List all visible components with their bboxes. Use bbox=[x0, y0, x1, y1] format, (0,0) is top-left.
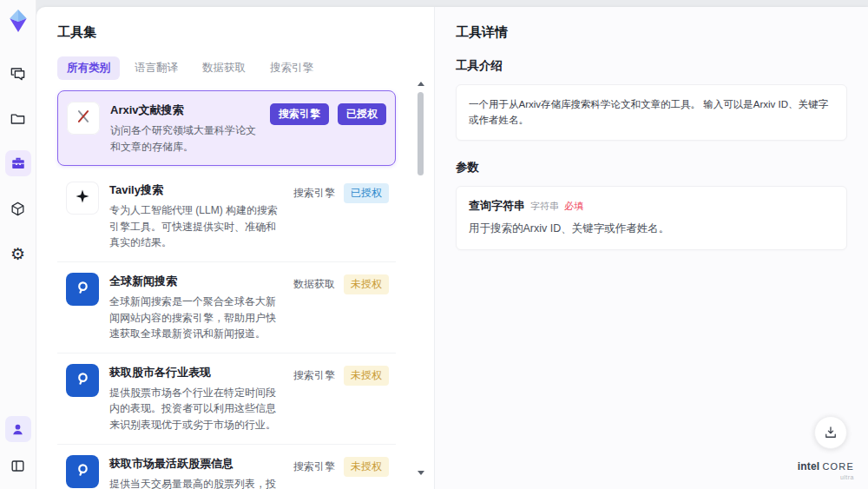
tool-category-tag: 搜索引擎 bbox=[293, 457, 335, 477]
tool-auth-status-badge: 已授权 bbox=[344, 183, 389, 203]
tool-card[interactable]: 全球新闻搜索 全球新闻搜索是一个聚合全球各大新闻网站内容的搜索引擎，帮助用户快速… bbox=[57, 262, 396, 354]
tool-main: Arxiv文献搜索 访问各个研究领域大量科学论文和文章的存储库。 bbox=[110, 102, 260, 155]
chat-icon[interactable] bbox=[5, 60, 31, 86]
tool-card[interactable]: 获取股市各行业表现 提供股票市场各个行业在特定时间段内的表现。投资者可以利用这些… bbox=[57, 354, 396, 445]
tool-icon bbox=[66, 364, 99, 397]
tool-category-tag: 数据获取 bbox=[293, 274, 335, 294]
tool-description: 全球新闻搜索是一个聚合全球各大新闻网站内容的搜索引擎，帮助用户快速获取全球最新资… bbox=[109, 294, 283, 342]
arxiv-logo-icon bbox=[74, 107, 93, 129]
tool-name: 获取市场最活跃股票信息 bbox=[109, 456, 283, 472]
rail-nav: ⚙ bbox=[5, 60, 31, 267]
scrollbar-thumb[interactable] bbox=[418, 92, 424, 175]
list-scrollbar[interactable] bbox=[418, 82, 424, 475]
tool-name: Arxiv文献搜索 bbox=[110, 102, 260, 118]
scrollbar-down-arrow-icon[interactable] bbox=[418, 471, 424, 475]
main-content: 工具集 所有类别 语言翻译 数据获取 搜索引擎 Arxiv文献搜索 访问各个研究… bbox=[36, 7, 868, 489]
params-heading: 参数 bbox=[456, 160, 847, 175]
parameter-box: 查询字符串 字符串 必填 用于搜索的Arxiv ID、关键字或作者姓名。 bbox=[456, 186, 847, 250]
tool-tags: 搜索引擎 未授权 bbox=[293, 455, 389, 489]
sparkle-icon bbox=[74, 188, 91, 208]
tool-auth-status-badge: 已授权 bbox=[338, 103, 386, 125]
tool-category-tag: 搜索引擎 bbox=[293, 183, 335, 203]
parameter-name: 查询字符串 bbox=[469, 198, 525, 214]
settings-gear-icon[interactable]: ⚙ bbox=[5, 241, 31, 267]
category-tabs: 所有类别 语言翻译 数据获取 搜索引擎 bbox=[57, 56, 413, 80]
tool-intro-box: 一个用于从Arxiv存储库搜索科学论文和文章的工具。 输入可以是Arxiv ID… bbox=[456, 84, 847, 141]
tool-main: 获取市场最活跃股票信息 提供当天交易量最高的股票列表，投资者可以利用这些信息来识… bbox=[109, 455, 283, 489]
intel-core-logo: intelCORE ultra bbox=[798, 459, 854, 480]
tool-icon bbox=[66, 182, 99, 215]
tool-tags: 搜索引擎 已授权 bbox=[270, 102, 386, 155]
ultra-wordmark: ultra bbox=[798, 474, 854, 480]
tool-description: 专为人工智能代理 (LLM) 构建的搜索引擎工具。可快速提供实时、准确和真实的结… bbox=[109, 202, 283, 251]
tool-category-tag: 搜索引擎 bbox=[270, 103, 329, 125]
detail-title: 工具详情 bbox=[456, 24, 847, 41]
tool-card[interactable]: Tavily搜索 专为人工智能代理 (LLM) 构建的搜索引擎工具。可快速提供实… bbox=[57, 171, 396, 262]
tool-main: Tavily搜索 专为人工智能代理 (LLM) 构建的搜索引擎工具。可快速提供实… bbox=[109, 182, 283, 251]
magnifier-q-icon bbox=[73, 460, 92, 483]
magnifier-q-icon bbox=[73, 278, 92, 301]
tool-description: 访问各个研究领域大量科学论文和文章的存储库。 bbox=[110, 122, 260, 155]
tool-name: Tavily搜索 bbox=[109, 182, 283, 198]
download-icon bbox=[823, 425, 838, 440]
tool-tags: 数据获取 未授权 bbox=[293, 273, 389, 342]
tool-category-tag: 搜索引擎 bbox=[293, 366, 335, 386]
tab-data-fetching[interactable]: 数据获取 bbox=[193, 56, 255, 80]
tools-list-panel: 工具集 所有类别 语言翻译 数据获取 搜索引擎 Arxiv文献搜索 访问各个研究… bbox=[36, 7, 434, 489]
tool-main: 获取股市各行业表现 提供股票市场各个行业在特定时间段内的表现。投资者可以利用这些… bbox=[109, 364, 283, 433]
tool-auth-status-badge: 未授权 bbox=[344, 274, 389, 294]
scrollbar-up-arrow-icon[interactable] bbox=[418, 82, 424, 86]
tab-search-engine[interactable]: 搜索引擎 bbox=[260, 56, 323, 80]
parameter-header: 查询字符串 字符串 必填 bbox=[469, 198, 834, 214]
sidebar-rail: ⚙ bbox=[0, 0, 36, 489]
toolbox-icon-active[interactable] bbox=[5, 150, 31, 176]
package-icon[interactable] bbox=[5, 195, 31, 221]
tool-card-list: Arxiv文献搜索 访问各个研究领域大量科学论文和文章的存储库。 搜索引擎 已授… bbox=[57, 90, 413, 489]
magnifier-q-icon bbox=[73, 369, 92, 392]
panel-toggle-icon[interactable] bbox=[5, 453, 31, 479]
parameter-description: 用于搜索的Arxiv ID、关键字或作者姓名。 bbox=[469, 221, 834, 236]
tool-icon bbox=[66, 455, 99, 488]
app-logo[interactable] bbox=[6, 8, 30, 34]
rail-bottom bbox=[5, 416, 31, 479]
tool-icon bbox=[66, 273, 99, 306]
parameter-type: 字符串 bbox=[530, 200, 559, 213]
tool-detail-panel: 工具详情 工具介绍 一个用于从Arxiv存储库搜索科学论文和文章的工具。 输入可… bbox=[434, 7, 868, 489]
gem-logo-icon bbox=[7, 9, 30, 33]
tool-tags: 搜索引擎 未授权 bbox=[293, 364, 389, 433]
tool-description: 提供当天交易量最高的股票列表，投资者可以利用这些信息来识别流动性强的股票和潜在的… bbox=[109, 476, 283, 489]
folder-icon[interactable] bbox=[5, 105, 31, 131]
tool-card[interactable]: 获取市场最活跃股票信息 提供当天交易量最高的股票列表，投资者可以利用这些信息来识… bbox=[57, 445, 396, 489]
tool-card[interactable]: Arxiv文献搜索 访问各个研究领域大量科学论文和文章的存储库。 搜索引擎 已授… bbox=[57, 90, 396, 166]
user-avatar-icon[interactable] bbox=[5, 416, 31, 442]
intel-wordmark: intel bbox=[798, 460, 820, 472]
tool-icon bbox=[67, 102, 100, 135]
tool-auth-status-badge: 未授权 bbox=[344, 457, 389, 477]
tool-main: 全球新闻搜索 全球新闻搜索是一个聚合全球各大新闻网站内容的搜索引擎，帮助用户快速… bbox=[109, 273, 283, 342]
tool-intro-text: 一个用于从Arxiv存储库搜索科学论文和文章的工具。 输入可以是Arxiv ID… bbox=[469, 99, 828, 125]
page-title: 工具集 bbox=[57, 24, 413, 41]
download-button[interactable] bbox=[814, 416, 847, 449]
tab-all-categories[interactable]: 所有类别 bbox=[57, 56, 120, 80]
tool-auth-status-badge: 未授权 bbox=[344, 366, 389, 386]
intro-heading: 工具介绍 bbox=[456, 58, 847, 74]
tool-name: 获取股市各行业表现 bbox=[109, 365, 283, 380]
tab-language-translation[interactable]: 语言翻译 bbox=[125, 56, 187, 80]
parameter-required-badge: 必填 bbox=[564, 200, 583, 213]
tool-tags: 搜索引擎 已授权 bbox=[293, 182, 389, 251]
tool-name: 全球新闻搜索 bbox=[109, 274, 283, 289]
core-wordmark: CORE bbox=[822, 461, 854, 472]
tool-description: 提供股票市场各个行业在特定时间段内的表现。投资者可以利用这些信息来识别表现优于或… bbox=[109, 385, 283, 433]
